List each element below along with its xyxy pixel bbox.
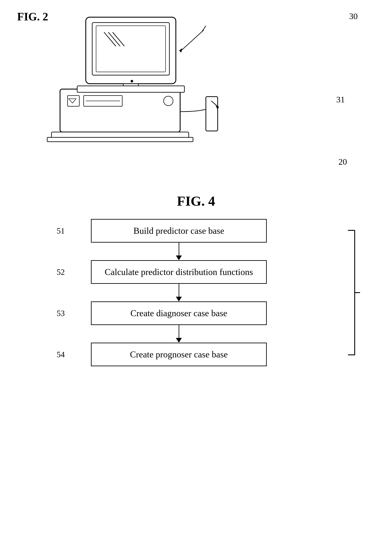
- step-52-box: Calculate predictor distribution functio…: [91, 260, 267, 284]
- arrow-2: [91, 284, 267, 302]
- step-51-box: Build predictor case base: [91, 219, 267, 243]
- svg-point-7: [131, 80, 133, 83]
- bracket-container: 50: [344, 219, 361, 366]
- ref-30-label: 30: [349, 11, 358, 21]
- ref-51: 51: [57, 226, 65, 235]
- flowchart-inner: 51 Build predictor case base 52 Calculat…: [78, 219, 314, 366]
- svg-rect-16: [47, 137, 193, 142]
- svg-marker-20: [179, 48, 182, 52]
- arrow-1: [91, 243, 267, 260]
- ref-52: 52: [57, 267, 65, 277]
- svg-point-14: [164, 96, 173, 106]
- svg-line-18: [180, 30, 204, 52]
- svg-rect-2: [96, 26, 166, 72]
- flowchart: 51 Build predictor case base 52 Calculat…: [78, 219, 314, 366]
- svg-rect-10: [67, 95, 79, 106]
- step-54-wrapper: 54 Create prognoser case base: [78, 343, 314, 366]
- step-52-wrapper: 52 Calculate predictor distribution func…: [78, 260, 314, 284]
- ref-31-label: 31: [336, 94, 345, 104]
- ref-54: 54: [57, 350, 65, 359]
- svg-rect-9: [77, 86, 184, 92]
- step-53-box: Create diagnoser case base: [91, 302, 267, 325]
- step-51-wrapper: 51 Build predictor case base: [78, 219, 314, 243]
- computer-illustration: [43, 13, 236, 159]
- step-54-box: Create prognoser case base: [91, 343, 267, 366]
- arrow-3: [91, 325, 267, 343]
- fig4-label: FIG. 4: [177, 193, 215, 209]
- ref-20-label: 20: [338, 157, 347, 167]
- ref-53: 53: [57, 308, 65, 318]
- step-53-wrapper: 53 Create diagnoser case base: [78, 302, 314, 325]
- svg-line-19: [202, 26, 206, 32]
